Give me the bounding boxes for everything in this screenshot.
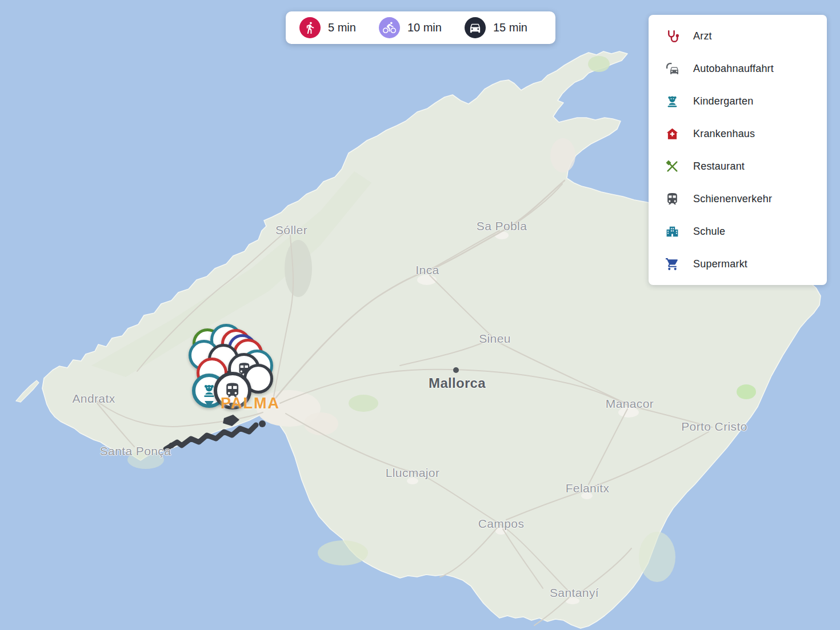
hospital-icon — [665, 126, 679, 141]
motorway-ramp-icon — [665, 61, 679, 76]
teddy-bear-icon — [665, 94, 679, 109]
legend-item-arzt[interactable]: Arzt — [665, 29, 811, 43]
car-time-chip[interactable]: 15 min — [465, 17, 527, 38]
legend-label: Krankenhaus — [693, 128, 755, 140]
train-icon — [665, 191, 679, 206]
map-application: Sóller Sa Pobla Inca Sineu Mallorca Andr… — [0, 0, 840, 630]
travel-time-toolbar: 5 min 10 min 15 min — [286, 11, 555, 44]
stethoscope-icon — [665, 29, 679, 43]
legend-label: Arzt — [693, 30, 712, 42]
legend-item-krankenhaus[interactable]: Krankenhaus — [665, 126, 811, 141]
legend-label: Supermarkt — [693, 258, 747, 270]
map-marker-train[interactable] — [214, 372, 251, 410]
legend-label: Restaurant — [693, 160, 745, 172]
poi-legend-panel: Arzt Autobahnauffahrt Kindergarten Krank… — [649, 15, 827, 285]
legend-label: Autobahnauffahrt — [693, 63, 774, 75]
car-time-label: 15 min — [493, 21, 527, 34]
legend-item-autobahnauffahrt[interactable]: Autobahnauffahrt — [665, 61, 811, 76]
legend-item-kindergarten[interactable]: Kindergarten — [665, 94, 811, 109]
cart-icon — [665, 256, 679, 271]
bike-time-label: 10 min — [407, 21, 442, 34]
car-icon — [465, 17, 486, 38]
legend-item-schienenverkehr[interactable]: Schienenverkehr — [665, 191, 811, 206]
legend-item-restaurant[interactable]: Restaurant — [665, 159, 811, 174]
walking-icon — [299, 17, 321, 38]
cycling-icon — [379, 17, 400, 38]
legend-label: Kindergarten — [693, 95, 753, 107]
restaurant-icon — [665, 159, 679, 174]
walk-time-chip[interactable]: 5 min — [299, 17, 356, 38]
walk-time-label: 5 min — [328, 21, 356, 34]
school-icon — [665, 224, 679, 239]
bike-time-chip[interactable]: 10 min — [379, 17, 442, 38]
legend-item-schule[interactable]: Schule — [665, 224, 811, 239]
legend-item-supermarkt[interactable]: Supermarkt — [665, 256, 811, 271]
legend-label: Schule — [693, 226, 725, 238]
legend-label: Schienenverkehr — [693, 193, 772, 205]
